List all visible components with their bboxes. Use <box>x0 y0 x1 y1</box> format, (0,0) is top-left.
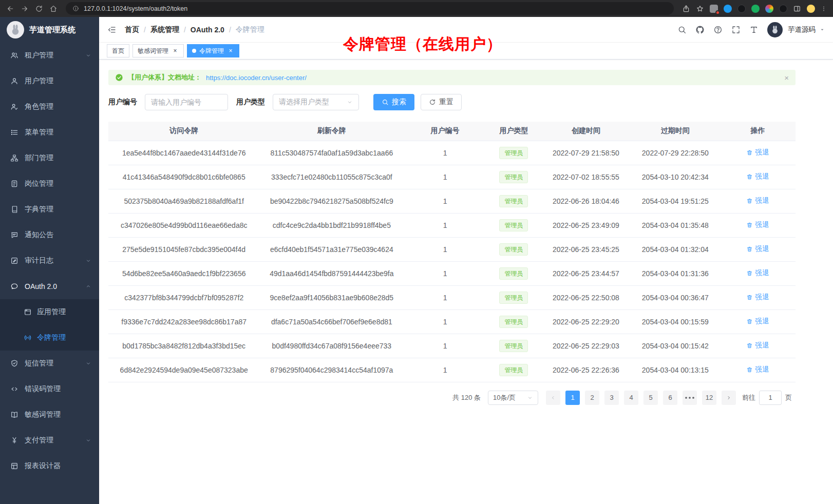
pagination-page-2[interactable]: 2 <box>585 391 599 405</box>
force-logout-button[interactable]: 强退 <box>746 293 769 302</box>
token-table-body: 1ea5e44f8bc1467aaede43144f31de76811c5304… <box>108 141 796 382</box>
col-user-type: 用户类型 <box>486 122 541 141</box>
tab-token[interactable]: 令牌管理 × <box>187 44 239 57</box>
app-logo[interactable]: 芋道管理系统 <box>0 17 99 43</box>
alert-doc-link[interactable]: https://doc.iocoder.cn/user-center/ <box>206 74 307 82</box>
github-icon[interactable] <box>695 25 705 34</box>
extension-icon-2[interactable] <box>724 5 732 13</box>
breadcrumb-oauth2[interactable]: OAuth 2.0 <box>191 26 224 34</box>
pagination-more[interactable] <box>683 391 697 405</box>
alert-close-icon[interactable]: × <box>784 74 789 82</box>
sidebar-item-dict[interactable]: 字典管理 <box>0 197 99 222</box>
pagination-page-1[interactable]: 1 <box>565 391 580 405</box>
search-button[interactable]: 搜索 <box>373 94 414 110</box>
table-row: 54d6be82ee5a460a9aedc1f9bf22365649d1aa46… <box>108 261 796 285</box>
force-logout-button[interactable]: 强退 <box>746 220 769 229</box>
pagination-total: 共 120 条 <box>452 393 481 402</box>
sidebar-item-dept[interactable]: 部门管理 <box>0 145 99 171</box>
extension-icon-4[interactable] <box>751 5 760 13</box>
caret-down-icon[interactable] <box>820 27 825 32</box>
bookmark-star-icon[interactable] <box>696 5 704 13</box>
pagination: 共 120 条 10条/页 12345612 前往 页 <box>108 391 796 405</box>
fullscreen-icon[interactable] <box>731 25 741 34</box>
expire-time-cell: 2054-03-04 00:15:42 <box>631 334 720 358</box>
pagination-page-3[interactable]: 3 <box>604 391 619 405</box>
force-logout-button[interactable]: 强退 <box>746 196 769 205</box>
delete-icon <box>746 198 753 204</box>
user-avatar[interactable] <box>767 22 783 37</box>
extension-icon-3[interactable] <box>737 5 746 13</box>
browser-back-icon[interactable] <box>6 5 14 13</box>
breadcrumb-system[interactable]: 系统管理 <box>150 25 179 34</box>
sidebar-item-user[interactable]: 用户管理 <box>0 68 99 94</box>
pagination-goto-input[interactable] <box>759 391 782 405</box>
app-icon <box>24 308 32 316</box>
force-logout-button[interactable]: 强退 <box>746 365 769 374</box>
pagination-page-unit: 页 <box>785 393 792 402</box>
pagination-prev-button[interactable] <box>546 391 560 405</box>
table-row: c342377bf8b344799dcbf7bf095287f29ce8ef2a… <box>108 285 796 309</box>
pagination-page-6[interactable]: 6 <box>663 391 677 405</box>
action-cell: 强退 <box>720 213 796 237</box>
extension-icon-5[interactable] <box>765 5 773 13</box>
chevron-left-icon <box>550 395 556 401</box>
force-logout-button[interactable]: 强退 <box>746 148 769 157</box>
user-id-cell: 1 <box>404 189 486 213</box>
sidebar-item-post[interactable]: 岗位管理 <box>0 171 99 197</box>
force-logout-button[interactable]: 强退 <box>746 268 769 278</box>
sidebar-item-app-mgmt[interactable]: 应用管理 <box>0 299 99 325</box>
reset-button[interactable]: 重置 <box>421 94 462 110</box>
sidebar-item-payment[interactable]: 支付管理 <box>0 428 99 453</box>
force-logout-button[interactable]: 强退 <box>746 341 769 350</box>
help-icon[interactable] <box>713 25 723 34</box>
share-icon[interactable] <box>682 5 690 13</box>
force-logout-button[interactable]: 强退 <box>746 244 769 254</box>
force-logout-button[interactable]: 强退 <box>746 317 769 326</box>
browser-reload-icon[interactable] <box>35 5 43 13</box>
close-icon[interactable]: × <box>172 47 179 54</box>
oauth-icon <box>10 282 18 290</box>
search-icon[interactable] <box>677 25 687 34</box>
sidebar-item-token-mgmt[interactable]: 令牌管理 <box>0 325 99 351</box>
sidebar-item-menu[interactable]: 菜单管理 <box>0 120 99 145</box>
sidebar-item-tenant[interactable]: 租户管理 <box>0 43 99 68</box>
sidebar-item-error-code[interactable]: 错误码管理 <box>0 376 99 402</box>
sidebar-item-role[interactable]: 角色管理 <box>0 94 99 120</box>
action-cell: 强退 <box>720 189 796 213</box>
refresh-token-cell: 9ce8ef2aa9f14056b831ae9b608e28d5 <box>259 285 404 309</box>
breadcrumb-home[interactable]: 首页 <box>125 25 139 34</box>
tab-sensitive-word[interactable]: 敏感词管理 × <box>132 44 184 57</box>
browser-home-icon[interactable] <box>49 5 58 13</box>
pagination-page-5[interactable]: 5 <box>643 391 658 405</box>
tab-home[interactable]: 首页 <box>107 44 129 57</box>
sidebar-item-notice[interactable]: 通知公告 <box>0 222 99 248</box>
chevron-down-icon <box>85 437 91 443</box>
sensitive-icon <box>10 411 18 419</box>
browser-menu-icon[interactable] <box>821 6 827 12</box>
sidebar-item-sms[interactable]: 短信管理 <box>0 351 99 376</box>
sidebar-item-report-designer[interactable]: 报表设计器 <box>0 453 99 479</box>
page-size-select[interactable]: 10条/页 <box>488 391 538 405</box>
user-type-select[interactable]: 请选择用户类型 <box>273 94 359 110</box>
sidebar-item-oauth2[interactable]: OAuth 2.0 <box>0 274 99 299</box>
font-size-icon[interactable] <box>749 25 759 34</box>
browser-forward-icon[interactable] <box>21 5 29 13</box>
pagination-page-4[interactable]: 4 <box>624 391 638 405</box>
browser-profile-avatar[interactable] <box>807 5 815 13</box>
sidebar-item-sensitive-word[interactable]: 敏感词管理 <box>0 402 99 428</box>
username[interactable]: 芋道源码 <box>788 25 816 34</box>
force-logout-button[interactable]: 强退 <box>746 172 769 181</box>
extension-icon-1[interactable] <box>710 5 718 13</box>
browser-address-bar[interactable]: 127.0.0.1:1024/system/oauth2/token <box>66 2 674 15</box>
site-info-icon[interactable] <box>72 5 79 12</box>
action-cell: 强退 <box>720 358 796 382</box>
sidebar-item-audit-log[interactable]: 审计日志 <box>0 248 99 274</box>
table-row: c347026e805e4d99b0d116eae66eda8ccdfc4ce9… <box>108 213 796 237</box>
close-icon[interactable]: × <box>227 47 234 54</box>
extension-icon-6[interactable] <box>779 5 787 13</box>
pagination-next-button[interactable] <box>722 391 736 405</box>
pagination-page-12[interactable]: 12 <box>702 391 716 405</box>
user-id-input[interactable] <box>145 94 228 110</box>
split-view-icon[interactable] <box>793 5 801 13</box>
sidebar-fold-icon[interactable] <box>107 25 117 34</box>
